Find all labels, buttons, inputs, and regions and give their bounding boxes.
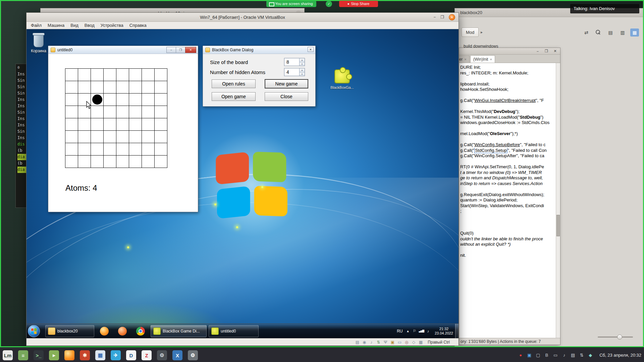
board-cell-5-1[interactable] bbox=[78, 131, 91, 143]
fm-mod-button[interactable]: Mod bbox=[462, 27, 479, 37]
board-cell-7-4[interactable] bbox=[116, 156, 129, 168]
editor-scrollbar[interactable] bbox=[556, 63, 560, 338]
restore-icon[interactable]: ❐ bbox=[544, 49, 549, 53]
board-cell-1-3[interactable] bbox=[104, 81, 116, 94]
volume-icon[interactable]: ♪ bbox=[426, 329, 431, 333]
display-icon[interactable]: ▭ bbox=[552, 352, 558, 358]
spin-down-icon[interactable]: ▼ bbox=[300, 62, 305, 66]
board-cell-2-6[interactable] bbox=[142, 94, 155, 106]
board-cell-2-5[interactable] bbox=[129, 94, 142, 106]
blackbox-editor-window[interactable]: − ❐ ✕ der × (Win)Init × DURE Init;res_: … bbox=[459, 48, 560, 345]
files-icon[interactable]: ▸ bbox=[49, 350, 59, 360]
spin-down-icon[interactable]: ▼ bbox=[300, 72, 305, 76]
board-cell-3-3[interactable] bbox=[104, 106, 116, 118]
board-cell-1-2[interactable] bbox=[91, 81, 104, 94]
dialog-titlebar[interactable]: BlackBox Game Dialog ✕ bbox=[203, 46, 315, 54]
game-client-area[interactable]: Atoms: 4 bbox=[49, 54, 198, 212]
virtualbox-titlebar[interactable]: Win7_64 [Работает] - Oracle VM VirtualBo… bbox=[26, 13, 459, 22]
board-cell-6-1[interactable] bbox=[78, 143, 91, 156]
board-cell-2-3[interactable] bbox=[104, 94, 116, 106]
close-icon[interactable]: ✕ bbox=[308, 47, 314, 52]
view-grid-icon[interactable]: ▦ bbox=[630, 28, 639, 37]
board-size-field[interactable]: ▲ ▼ bbox=[284, 58, 305, 66]
board-cell-0-4[interactable] bbox=[116, 69, 129, 81]
board-cell-0-2[interactable] bbox=[91, 69, 104, 81]
recording-icon[interactable]: ● bbox=[518, 352, 524, 358]
board-cell-3-4[interactable] bbox=[116, 106, 129, 118]
forward-chevron-icon[interactable]: ▸ bbox=[478, 27, 485, 37]
camera-icon[interactable]: ▣ bbox=[526, 352, 532, 358]
board-cell-6-0[interactable] bbox=[65, 143, 78, 156]
chevron-up-icon[interactable]: ▴ bbox=[405, 329, 410, 333]
board-cell-7-6[interactable] bbox=[142, 156, 155, 168]
board-cell-0-3[interactable] bbox=[104, 69, 116, 81]
board-cell-4-5[interactable] bbox=[129, 118, 142, 131]
editor-content[interactable]: DURE Init;res_: INTEGER; m: Kernel.Modul… bbox=[459, 63, 560, 338]
board-cell-6-4[interactable] bbox=[116, 143, 129, 156]
board-cell-4-7[interactable] bbox=[155, 118, 167, 131]
board-cell-6-6[interactable] bbox=[142, 143, 155, 156]
board-cell-1-6[interactable] bbox=[142, 81, 155, 94]
terminal-icon[interactable]: >_ bbox=[34, 350, 44, 360]
burner-icon[interactable]: ✱ bbox=[80, 350, 90, 360]
game-dialog[interactable]: BlackBox Game Dialog ✕ Size of the board… bbox=[203, 46, 316, 107]
board-cell-0-5[interactable] bbox=[129, 69, 142, 81]
blackbox-game-desktop-icon[interactable]: BlackBoxGa... bbox=[330, 69, 354, 89]
settings-icon[interactable]: ⚙ bbox=[188, 350, 198, 360]
host-clock[interactable]: Сб, 23 апреля, 20:32 bbox=[599, 353, 641, 358]
board-cell-1-5[interactable] bbox=[129, 81, 142, 94]
zoom-slider[interactable] bbox=[598, 335, 633, 339]
close-button[interactable]: Close bbox=[265, 92, 308, 101]
action-center-icon[interactable]: ⚐ bbox=[412, 329, 417, 333]
menu-item-4[interactable]: Устройства bbox=[98, 23, 126, 28]
board-cell-0-6[interactable] bbox=[142, 69, 155, 81]
board-cell-2-7[interactable] bbox=[155, 94, 167, 106]
minimize-icon[interactable]: − bbox=[166, 47, 176, 53]
shield-icon[interactable]: ◆ bbox=[587, 352, 593, 358]
spin-up-icon[interactable]: ▲ bbox=[300, 58, 305, 62]
board-cell-3-5[interactable] bbox=[129, 106, 142, 118]
taskbar-button-untitled0[interactable]: untitled0 bbox=[209, 325, 259, 337]
tab-close-icon[interactable]: × bbox=[464, 57, 466, 61]
taskbar-button-firefox[interactable] bbox=[96, 325, 112, 337]
text-editor-icon[interactable]: ≡ bbox=[18, 350, 28, 360]
game-window-titlebar[interactable]: untitled0 − ❐ ✕ bbox=[48, 46, 198, 54]
menu-item-1[interactable]: Машина bbox=[45, 23, 67, 28]
board-cell-2-4[interactable] bbox=[116, 94, 129, 106]
board-cell-7-5[interactable] bbox=[129, 156, 142, 168]
stop-share-button[interactable]: ■ Stop Share bbox=[339, 1, 378, 7]
atoms-count-field[interactable]: ▲ ▼ bbox=[284, 68, 305, 76]
board-cell-0-1[interactable] bbox=[78, 69, 91, 81]
keyboard-icon[interactable]: ▤ bbox=[570, 352, 576, 358]
taskbar-button-blackbox20[interactable]: blackbox20 bbox=[45, 325, 94, 337]
board-cell-3-2[interactable] bbox=[91, 106, 104, 118]
board-cell-2-0[interactable] bbox=[65, 94, 78, 106]
virtualbox-window[interactable]: Win7_64 [Работает] - Oracle VM VirtualBo… bbox=[26, 12, 459, 346]
board-cell-5-7[interactable] bbox=[155, 131, 167, 143]
restore-icon[interactable]: ❐ bbox=[440, 15, 444, 19]
board-cell-5-6[interactable] bbox=[142, 131, 155, 143]
board-cell-5-2[interactable] bbox=[91, 131, 104, 143]
code-area[interactable]: DURE Init;res_: INTEGER; m: Kernel.Modul… bbox=[460, 65, 555, 258]
board-cell-3-0[interactable] bbox=[65, 106, 78, 118]
new-game-button[interactable]: New game bbox=[265, 79, 308, 88]
board-cell-3-7[interactable] bbox=[155, 106, 167, 118]
tab-loader[interactable]: der × bbox=[459, 55, 470, 63]
close-icon[interactable]: ✕ bbox=[449, 14, 455, 20]
board-cell-6-5[interactable] bbox=[129, 143, 142, 156]
board-cell-7-0[interactable] bbox=[65, 156, 78, 168]
search-icon[interactable] bbox=[594, 28, 603, 37]
maximize-icon[interactable]: ❐ bbox=[176, 47, 185, 53]
board-cell-7-1[interactable] bbox=[78, 156, 91, 168]
language-indicator[interactable]: RU bbox=[397, 329, 402, 334]
board-cell-7-7[interactable] bbox=[155, 156, 167, 168]
board-cell-4-3[interactable] bbox=[104, 118, 116, 131]
zoom-slider-knob[interactable] bbox=[617, 335, 622, 340]
show-desktop-button[interactable] bbox=[455, 324, 459, 338]
menu-item-3[interactable]: Ввод bbox=[82, 23, 98, 28]
board-cell-1-7[interactable] bbox=[155, 81, 167, 94]
mint-menu-icon[interactable]: Lm bbox=[3, 350, 13, 360]
taskbar-button-BlackBox Game Di...[interactable]: BlackBox Game Di... bbox=[151, 325, 207, 337]
board-cell-6-3[interactable] bbox=[104, 143, 116, 156]
recycle-bin-icon[interactable]: Корзина bbox=[28, 35, 49, 53]
